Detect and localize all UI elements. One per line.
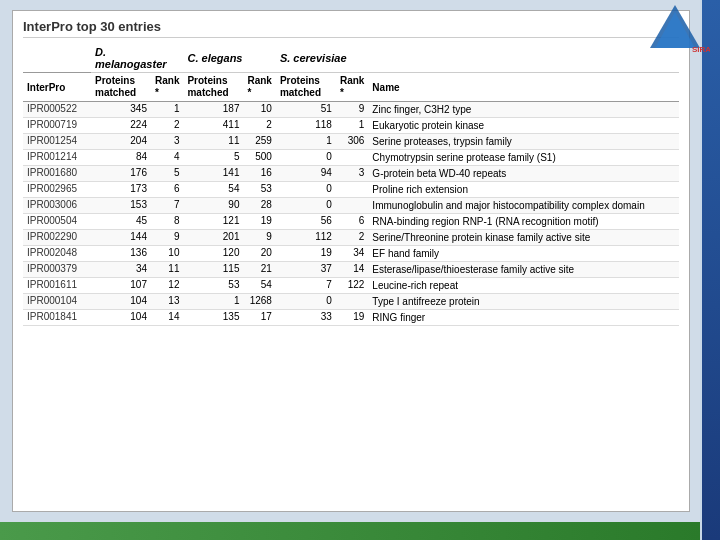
entry-name: RING finger xyxy=(368,310,679,326)
ce-rank: 500 xyxy=(243,150,275,166)
sc-proteins: 56 xyxy=(276,214,336,230)
dm-proteins: 204 xyxy=(91,134,151,150)
species-header-row: D. melanogaster C. elegans S. cerevisiae xyxy=(23,44,679,73)
sc-rank: 14 xyxy=(336,262,368,278)
ce-proteins: 11 xyxy=(183,134,243,150)
interpro-id: IPR001841 xyxy=(23,310,91,326)
sc-rank xyxy=(336,198,368,214)
dm-rank: 7 xyxy=(151,198,183,214)
dm-rank: 14 xyxy=(151,310,183,326)
entry-name: Serine/Threonine protein kinase family a… xyxy=(368,230,679,246)
sc-rank: 1 xyxy=(336,118,368,134)
interpro-id: IPR001611 xyxy=(23,278,91,294)
col-header-row: InterPro Proteins matched Rank * Protein… xyxy=(23,73,679,102)
species-col3: S. cerevisiae xyxy=(276,44,368,73)
table-row: IPR002290 144 9 201 9 112 2 Serine/Threo… xyxy=(23,230,679,246)
sc-rank: 306 xyxy=(336,134,368,150)
entry-name: Esterase/lipase/thioesterase family acti… xyxy=(368,262,679,278)
interpro-id: IPR000504 xyxy=(23,214,91,230)
ce-rank: 20 xyxy=(243,246,275,262)
dm-proteins: 107 xyxy=(91,278,151,294)
sc-proteins: 0 xyxy=(276,294,336,310)
table-row: IPR000379 34 11 115 21 37 14 Esterase/li… xyxy=(23,262,679,278)
table-row: IPR000104 104 13 1 1268 0 Type I antifre… xyxy=(23,294,679,310)
table-row: IPR001841 104 14 135 17 33 19 RING finge… xyxy=(23,310,679,326)
ce-rank: 259 xyxy=(243,134,275,150)
dm-proteins: 45 xyxy=(91,214,151,230)
ce-rank: 2 xyxy=(243,118,275,134)
interpro-id: IPR002290 xyxy=(23,230,91,246)
dm-proteins: 104 xyxy=(91,294,151,310)
species-col1: D. melanogaster xyxy=(91,44,183,73)
interpro-id: IPR001214 xyxy=(23,150,91,166)
dm-rank: 12 xyxy=(151,278,183,294)
proteins-matched-header-1: Proteins matched xyxy=(91,73,151,102)
rank-header-1: Rank * xyxy=(151,73,183,102)
ce-rank: 17 xyxy=(243,310,275,326)
dm-rank: 6 xyxy=(151,182,183,198)
entry-name: Leucine-rich repeat xyxy=(368,278,679,294)
ce-rank: 28 xyxy=(243,198,275,214)
table-row: IPR001611 107 12 53 54 7 122 Leucine-ric… xyxy=(23,278,679,294)
name-header: Name xyxy=(368,73,679,102)
entry-name: Eukaryotic protein kinase xyxy=(368,118,679,134)
entry-name: Type I antifreeze protein xyxy=(368,294,679,310)
sc-proteins: 51 xyxy=(276,102,336,118)
proteins-matched-header-2: Proteins matched xyxy=(183,73,243,102)
dm-rank: 11 xyxy=(151,262,183,278)
table-row: IPR000522 345 1 187 10 51 9 Zinc finger,… xyxy=(23,102,679,118)
ce-proteins: 141 xyxy=(183,166,243,182)
dm-rank: 3 xyxy=(151,134,183,150)
sc-rank: 9 xyxy=(336,102,368,118)
dm-proteins: 224 xyxy=(91,118,151,134)
sc-rank: 6 xyxy=(336,214,368,230)
sc-rank xyxy=(336,182,368,198)
sc-rank: 19 xyxy=(336,310,368,326)
ce-proteins: 90 xyxy=(183,198,243,214)
entry-name: G-protein beta WD-40 repeats xyxy=(368,166,679,182)
dm-rank: 9 xyxy=(151,230,183,246)
sc-rank: 3 xyxy=(336,166,368,182)
dm-proteins: 144 xyxy=(91,230,151,246)
ce-rank: 16 xyxy=(243,166,275,182)
ce-proteins: 187 xyxy=(183,102,243,118)
entry-name: Proline rich extension xyxy=(368,182,679,198)
interpro-header: InterPro xyxy=(23,73,91,102)
sc-proteins: 0 xyxy=(276,182,336,198)
sc-rank: 122 xyxy=(336,278,368,294)
sc-rank xyxy=(336,294,368,310)
dm-rank: 4 xyxy=(151,150,183,166)
dm-proteins: 84 xyxy=(91,150,151,166)
entry-name: Serine proteases, trypsin family xyxy=(368,134,679,150)
table-row: IPR003006 153 7 90 28 0 Immunoglobulin a… xyxy=(23,198,679,214)
sc-rank: 34 xyxy=(336,246,368,262)
logo-area: SIRA xyxy=(640,0,720,55)
ce-proteins: 201 xyxy=(183,230,243,246)
rank-header-2: Rank * xyxy=(243,73,275,102)
table-row: IPR000504 45 8 121 19 56 6 RNA-binding r… xyxy=(23,214,679,230)
sc-proteins: 112 xyxy=(276,230,336,246)
entry-name: Zinc finger, C3H2 type xyxy=(368,102,679,118)
dm-proteins: 173 xyxy=(91,182,151,198)
ce-proteins: 411 xyxy=(183,118,243,134)
ce-rank: 53 xyxy=(243,182,275,198)
table-row: IPR000719 224 2 411 2 118 1 Eukaryotic p… xyxy=(23,118,679,134)
sc-rank xyxy=(336,150,368,166)
interpro-id: IPR003006 xyxy=(23,198,91,214)
ce-proteins: 53 xyxy=(183,278,243,294)
ce-rank: 1268 xyxy=(243,294,275,310)
ce-proteins: 121 xyxy=(183,214,243,230)
entry-name: RNA-binding region RNP-1 (RNA recognitio… xyxy=(368,214,679,230)
sc-proteins: 19 xyxy=(276,246,336,262)
interpro-id: IPR000104 xyxy=(23,294,91,310)
ce-rank: 9 xyxy=(243,230,275,246)
table-row: IPR001254 204 3 11 259 1 306 Serine prot… xyxy=(23,134,679,150)
sc-proteins: 33 xyxy=(276,310,336,326)
sc-rank: 2 xyxy=(336,230,368,246)
ce-proteins: 115 xyxy=(183,262,243,278)
interpro-id: IPR000379 xyxy=(23,262,91,278)
sc-proteins: 118 xyxy=(276,118,336,134)
sc-proteins: 94 xyxy=(276,166,336,182)
panel-title: InterPro top 30 entries xyxy=(23,19,679,38)
entry-name: EF hand family xyxy=(368,246,679,262)
